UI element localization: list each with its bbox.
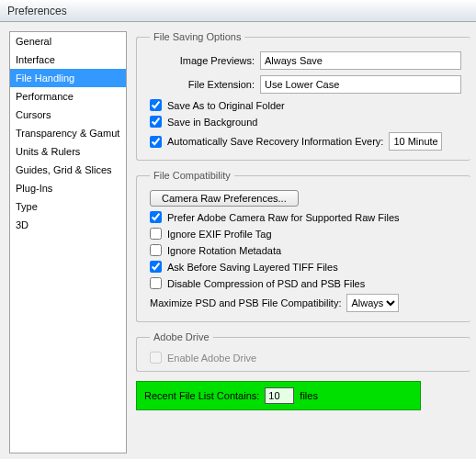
enable-adobe-drive-label: Enable Adobe Drive — [167, 353, 256, 364]
sidebar-item-3d[interactable]: 3D — [10, 216, 126, 234]
disable-psd-compression-label: Disable Compression of PSD and PSB Files — [167, 278, 365, 289]
save-in-background-checkbox[interactable] — [150, 116, 162, 128]
sidebar-item-performance[interactable]: Performance — [10, 87, 126, 106]
file-compatibility-legend: File Compatibility — [150, 170, 234, 181]
file-saving-options-legend: File Saving Options — [150, 31, 244, 42]
maximize-compat-label: Maximize PSD and PSB File Compatibility: — [150, 297, 341, 308]
file-saving-options-group: File Saving Options Image Previews: File… — [136, 31, 470, 161]
sidebar-item-cursors[interactable]: Cursors — [10, 106, 126, 124]
prefer-acr-label: Prefer Adobe Camera Raw for Supported Ra… — [167, 212, 400, 223]
preferences-dialog: General Interface File Handling Performa… — [0, 22, 476, 459]
autosave-checkbox[interactable] — [150, 136, 162, 148]
ignore-exif-label: Ignore EXIF Profile Tag — [167, 229, 272, 240]
sidebar-item-general[interactable]: General — [10, 32, 126, 50]
save-as-original-folder-checkbox[interactable] — [150, 99, 162, 111]
ignore-rotation-checkbox[interactable] — [150, 244, 162, 256]
sidebar-item-file-handling[interactable]: File Handling — [10, 69, 126, 87]
maximize-compat-select[interactable]: Always — [346, 294, 399, 312]
recent-file-list-label: Recent File List Contains: — [144, 390, 259, 401]
file-extension-label: File Extension: — [150, 79, 260, 90]
save-in-background-label: Save in Background — [167, 117, 257, 128]
sidebar-item-plugins[interactable]: Plug-Ins — [10, 179, 126, 197]
recent-file-count-field[interactable] — [265, 387, 294, 404]
ask-tiff-checkbox[interactable] — [150, 261, 162, 273]
ask-tiff-label: Ask Before Saving Layered TIFF Files — [167, 262, 338, 273]
sidebar-item-type[interactable]: Type — [10, 197, 126, 216]
image-previews-field[interactable] — [260, 51, 461, 70]
ignore-rotation-label: Ignore Rotation Metadata — [167, 245, 281, 256]
category-sidebar: General Interface File Handling Performa… — [9, 31, 127, 453]
sidebar-item-units-rulers[interactable]: Units & Rulers — [10, 142, 126, 161]
autosave-interval-field[interactable] — [389, 132, 442, 151]
adobe-drive-group: Adobe Drive Enable Adobe Drive — [136, 331, 470, 372]
save-as-original-folder-label: Save As to Original Folder — [167, 100, 285, 111]
adobe-drive-legend: Adobe Drive — [150, 331, 213, 342]
enable-adobe-drive-checkbox — [150, 352, 162, 364]
prefer-acr-checkbox[interactable] — [150, 211, 162, 223]
sidebar-item-transparency-gamut[interactable]: Transparency & Gamut — [10, 124, 126, 142]
file-compatibility-group: File Compatibility Camera Raw Preference… — [136, 170, 470, 322]
recent-file-list-suffix: files — [300, 390, 318, 401]
camera-raw-preferences-button[interactable]: Camera Raw Preferences... — [150, 190, 299, 207]
main-panel: File Saving Options Image Previews: File… — [136, 31, 470, 453]
window-titlebar: Preferences — [0, 0, 476, 22]
sidebar-item-interface[interactable]: Interface — [10, 50, 126, 69]
recent-file-list-highlight: Recent File List Contains: files — [136, 381, 421, 410]
window-title: Preferences — [7, 5, 67, 17]
disable-psd-compression-checkbox[interactable] — [150, 277, 162, 289]
autosave-label: Automatically Save Recovery Information … — [167, 136, 383, 147]
sidebar-item-guides-grid-slices[interactable]: Guides, Grid & Slices — [10, 161, 126, 179]
file-extension-field[interactable] — [260, 75, 461, 94]
ignore-exif-checkbox[interactable] — [150, 228, 162, 240]
image-previews-label: Image Previews: — [150, 55, 260, 66]
